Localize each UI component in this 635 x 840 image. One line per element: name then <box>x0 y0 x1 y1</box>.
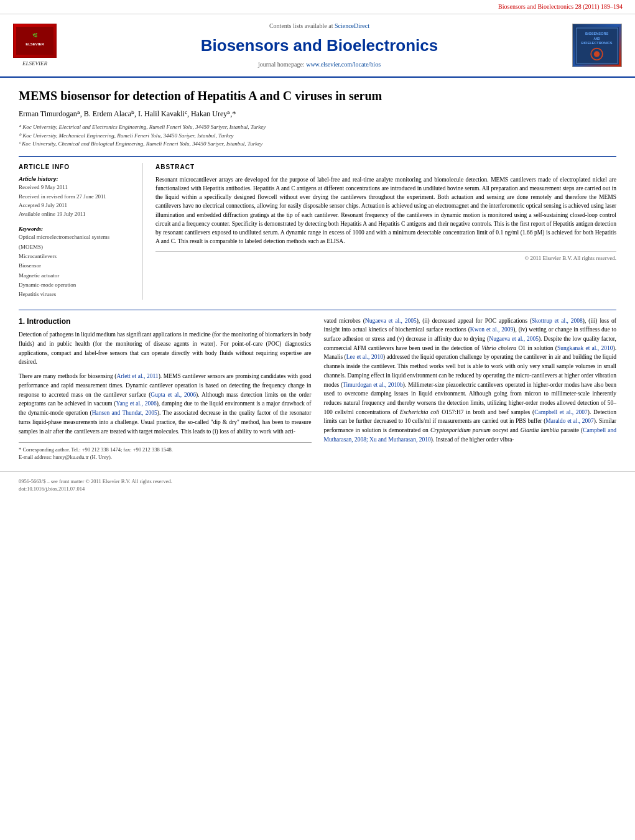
ref-skottrup: Skottrup et al., 2008 <box>532 318 583 324</box>
body-right-col: vated microbes (Nugaeva et al., 2005), (… <box>324 316 617 461</box>
intro-para-2: There are many methods for biosensing (A… <box>19 372 312 436</box>
accepted-date: Accepted 9 July 2011 <box>19 201 134 210</box>
elsevier-logo: 🌿 ELSEVIER ELSEVIER <box>10 19 60 72</box>
authors-line: Erman Timurdoganᵃ, B. Erdem Alacaᵇ, I. H… <box>19 109 616 119</box>
article-title: MEMS biosensor for detection of Hepatiti… <box>19 88 616 104</box>
footnote-email: E-mail address: hurey@ku.edu.tr (H. Urey… <box>19 454 312 461</box>
article-history: Article history: Received 9 May 2011 Rec… <box>19 175 134 219</box>
available-date: Available online 19 July 2011 <box>19 210 134 218</box>
journal-header: 🌿 ELSEVIER ELSEVIER Contents lists avail… <box>0 14 635 78</box>
journal-logo-img: BIOSENSORS AND BIOELECTRONICS <box>572 24 622 67</box>
header-center: Contents lists available at ScienceDirec… <box>70 19 569 72</box>
journal-homepage: journal homepage: www.elsevier.com/locat… <box>70 60 569 69</box>
svg-text:BIOELECTRONICS: BIOELECTRONICS <box>582 41 613 45</box>
elsevier-text: ELSEVIER <box>22 60 47 68</box>
doi-line: doi:10.1016/j.bios.2011.07.014 <box>19 486 616 493</box>
svg-text:AND: AND <box>593 37 600 40</box>
affiliation-a: ᵃ Koc University, Electrical and Electro… <box>19 123 616 132</box>
history-label: Article history: <box>19 175 134 183</box>
issn-line: 0956-5663/$ – see front matter © 2011 El… <box>19 478 616 486</box>
keywords-label: Keywords: <box>19 225 134 233</box>
abstract-column: ABSTRACT Resonant microcantilever arrays… <box>155 163 616 300</box>
copyright-line: © 2011 Elsevier B.V. All rights reserved… <box>155 251 616 262</box>
authors-text: Erman Timurdoganᵃ, B. Erdem Alacaᵇ, I. H… <box>19 109 236 118</box>
journal-reference-bar: Biosensors and Bioelectronics 28 (2011) … <box>0 0 635 14</box>
journal-reference: Biosensors and Bioelectronics 28 (2011) … <box>498 3 623 10</box>
ref-campbell1: Campbell et al., 2007 <box>534 409 588 415</box>
intro-heading: 1. Introduction <box>19 316 312 327</box>
keyword-4: Magnetic actuator <box>19 271 134 280</box>
abstract-label: ABSTRACT <box>155 163 616 172</box>
ref-timurdogan: Timurdogan et al., 2010b <box>343 382 403 388</box>
svg-text:ELSEVIER: ELSEVIER <box>25 42 44 46</box>
revised-date: Received in revised form 27 June 2011 <box>19 192 134 201</box>
svg-text:🌿: 🌿 <box>32 32 38 38</box>
affiliations: ᵃ Koc University, Electrical and Electro… <box>19 123 616 149</box>
abstract-text: Resonant microcantilever arrays are deve… <box>155 175 616 246</box>
elsevier-logo-box: 🌿 ELSEVIER <box>13 24 57 58</box>
received-date: Received 9 May 2011 <box>19 183 134 192</box>
ref-gupta: Gupta et al., 2006 <box>151 392 196 398</box>
contents-link: Contents lists available at ScienceDirec… <box>70 22 569 30</box>
homepage-link[interactable]: www.elsevier.com/locate/bios <box>306 61 381 68</box>
ref-sungkanak: Sungkanak et al., 2010 <box>557 345 613 351</box>
body-section: 1. Introduction Detection of pathogens i… <box>19 310 616 461</box>
keyword-5: Dynamic-mode operation <box>19 280 134 290</box>
svg-rect-0 <box>16 27 53 55</box>
body-left-col: 1. Introduction Detection of pathogens i… <box>19 316 312 461</box>
main-content: MEMS biosensor for detection of Hepatiti… <box>0 78 635 471</box>
ref-hansen: Hansen and Thundat, 2005 <box>92 410 157 416</box>
intro-para-1: Detection of pathogens in liquid medium … <box>19 330 312 367</box>
keyword-2: Microcantilevers <box>19 252 134 261</box>
article-info-column: ARTICLE INFO Article history: Received 9… <box>19 163 143 300</box>
affiliation-c: ᶜ Koc University, Chemical and Biologica… <box>19 140 616 149</box>
ref-yang: Yang et al., 2006 <box>116 400 156 407</box>
page-bottom: 0956-5663/$ – see front matter © 2011 El… <box>0 471 635 499</box>
affiliation-b: ᵇ Koc University, Mechanical Engineering… <box>19 132 616 141</box>
ref-arlett: Arlett et al., 2011 <box>117 373 159 379</box>
article-info-label: ARTICLE INFO <box>19 163 134 172</box>
keyword-1: Optical microelectromechanical systems (… <box>19 233 134 252</box>
ref-maraldo: Maraldo et al., 2007 <box>545 418 594 424</box>
sciencedirect-link[interactable]: ScienceDirect <box>335 22 369 29</box>
footnote-corresponding: * Corresponding author. Tel.: +90 212 33… <box>19 446 312 454</box>
journal-logo-box: BIOSENSORS AND BIOELECTRONICS <box>569 19 625 72</box>
svg-point-9 <box>594 51 600 57</box>
ref-nugaeva1: Nugaeva et al., 2005 <box>365 318 417 324</box>
ref-kwon: Kwon et al., 2009 <box>470 326 513 333</box>
keyword-6: Hepatitis viruses <box>19 290 134 299</box>
right-col-para-1: vated microbes (Nugaeva et al., 2005), (… <box>324 316 617 445</box>
journal-title: Biosensors and Bioelectronics <box>70 34 569 57</box>
article-info-abstract: ARTICLE INFO Article history: Received 9… <box>19 156 616 300</box>
keyword-3: Biosensor <box>19 261 134 270</box>
keywords-section: Keywords: Optical microelectromechanical… <box>19 225 134 300</box>
ref-lee: Lee et al., 2010 <box>346 354 383 360</box>
body-two-col: 1. Introduction Detection of pathogens i… <box>19 316 616 461</box>
ref-nugaeva2: Nugaeva et al., 2005 <box>489 336 539 342</box>
svg-text:BIOSENSORS: BIOSENSORS <box>585 32 609 35</box>
footnotes: * Corresponding author. Tel.: +90 212 33… <box>19 442 312 461</box>
